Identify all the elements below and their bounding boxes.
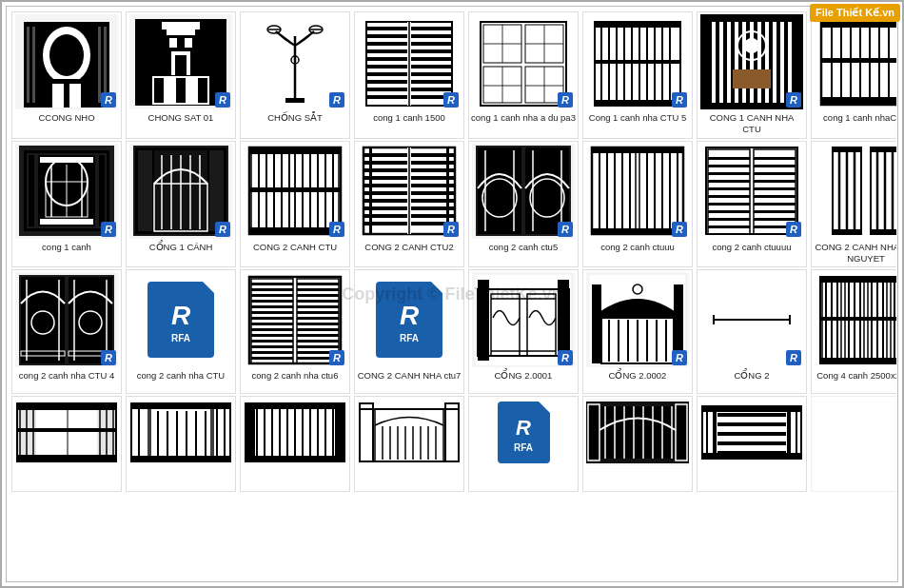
svg-rect-210	[833, 229, 861, 234]
svg-rect-368	[717, 413, 786, 417]
item-12[interactable]: R CONG 2 CANH CTU2	[354, 141, 464, 268]
svg-rect-188	[708, 225, 750, 228]
r-badge-19: R	[329, 350, 344, 365]
item-21[interactable]: R CỔNG 2.0001	[468, 269, 579, 394]
svg-rect-191	[754, 172, 796, 175]
item-3[interactable]: R CHỐNG SẮT	[240, 11, 350, 139]
item-19-label: cong 2 canh nha ctu6	[252, 370, 339, 391]
svg-rect-192	[754, 180, 796, 183]
svg-rect-245	[297, 311, 339, 314]
svg-rect-308	[17, 455, 116, 461]
item-10[interactable]: R CỔNG 1 CÁNH	[126, 141, 236, 268]
item-14[interactable]: R cong 2 canh ctuuu	[582, 141, 693, 268]
item-20-image: R RFA	[358, 272, 461, 367]
item-9[interactable]: R cong 1 canh	[11, 141, 122, 268]
svg-rect-230	[251, 305, 293, 308]
svg-rect-67	[595, 22, 680, 28]
svg-rect-256	[478, 280, 489, 361]
item-2[interactable]: R CHONG SAT 01	[126, 11, 236, 139]
svg-rect-180	[708, 165, 750, 167]
r-badge-9: R	[101, 222, 116, 237]
svg-rect-211	[871, 229, 896, 234]
item-23[interactable]: R CỔNG 2	[697, 269, 807, 394]
item-4[interactable]: R cong 1 canh 1500	[354, 11, 464, 139]
item-24-label: Cong 4 canh 2500x2250	[816, 370, 896, 391]
svg-rect-257	[558, 280, 569, 361]
svg-rect-12	[167, 29, 195, 35]
item-20[interactable]: R RFA CONG 2 CANH NHA ctu7	[354, 269, 464, 394]
item-26[interactable]	[126, 396, 236, 492]
svg-rect-235	[251, 334, 293, 337]
item-26-image	[129, 399, 232, 465]
item-7[interactable]: R CONG 1 CANH NHA CTU	[697, 11, 807, 139]
item-6[interactable]: R Cong 1 canh nha CTU 5	[582, 11, 693, 139]
svg-rect-134	[249, 147, 341, 154]
svg-rect-241	[297, 288, 339, 291]
item-13-image: R	[472, 144, 575, 239]
item-17[interactable]: R cong 2 canh nha CTU 4	[11, 269, 122, 394]
svg-rect-246	[297, 317, 339, 320]
item-11[interactable]: R CONG 2 CANH CTU	[240, 141, 350, 268]
svg-rect-343	[445, 403, 459, 461]
item-29[interactable]: R RFA	[468, 396, 579, 492]
svg-rect-313	[213, 403, 230, 461]
item-27-image	[244, 399, 346, 465]
item-25[interactable]	[11, 396, 122, 492]
svg-rect-100	[29, 155, 34, 226]
svg-rect-228	[251, 294, 293, 297]
svg-rect-194	[754, 195, 796, 198]
svg-rect-113	[209, 150, 224, 231]
svg-rect-174	[592, 147, 683, 153]
r-badge-3: R	[329, 92, 344, 108]
svg-rect-74	[735, 22, 738, 103]
item-28[interactable]	[354, 396, 464, 492]
svg-rect-248	[297, 328, 339, 331]
svg-rect-136	[249, 187, 341, 192]
svg-rect-224	[251, 279, 293, 363]
svg-rect-242	[297, 294, 339, 297]
item-22[interactable]: R CỔNG 2.0002	[582, 269, 693, 394]
item-19[interactable]: R cong 2 canh nha ctu6	[240, 269, 350, 394]
svg-rect-209	[871, 147, 896, 152]
item-23-image: R	[700, 272, 803, 367]
item-32-empty	[811, 396, 896, 492]
r-badge-5: R	[558, 92, 573, 108]
item-15-image: R	[700, 144, 803, 239]
svg-rect-236	[251, 340, 293, 343]
svg-rect-295	[820, 358, 896, 363]
svg-rect-377	[702, 406, 801, 412]
svg-rect-342	[360, 403, 373, 461]
item-1[interactable]: R CCONG NHO	[11, 11, 122, 139]
item-15[interactable]: R cong 2 canh ctuuuu	[697, 141, 807, 268]
svg-rect-240	[297, 283, 339, 285]
item-31[interactable]	[697, 396, 807, 492]
svg-rect-84	[733, 69, 771, 88]
item-22-image: R	[586, 272, 689, 367]
item-9-label: cong 1 canh	[42, 242, 91, 263]
svg-rect-81	[788, 22, 792, 103]
svg-rect-69	[595, 60, 680, 64]
item-24[interactable]: R Cong 4 canh 2500x2250	[811, 269, 896, 394]
r-badge-12: R	[443, 222, 459, 237]
item-5[interactable]: R cong 1 canh nha a du pa3	[468, 11, 579, 139]
item-27[interactable]	[240, 396, 350, 492]
r-badge-15: R	[786, 222, 801, 237]
item-9-image: R	[15, 144, 118, 239]
item-1-label: CCONG NHO	[38, 112, 94, 133]
item-8[interactable]: R cong 1 canh nhaCTU	[811, 11, 896, 139]
svg-rect-179	[708, 157, 750, 160]
svg-rect-5	[69, 84, 81, 108]
item-12-label: CONG 2 CANH CTU2	[364, 242, 453, 263]
svg-rect-243	[297, 300, 339, 303]
item-13[interactable]: R cong 2 canh ctu5	[468, 141, 579, 268]
item-16[interactable]: R CONG 2 CANH NHA CHI NGUYET	[811, 141, 896, 268]
item-18[interactable]: R RFA cong 2 canh nha CTU	[126, 269, 236, 394]
svg-rect-296	[820, 317, 896, 321]
item-30[interactable]	[582, 396, 693, 492]
svg-rect-7	[32, 27, 35, 103]
item-19-image: R	[244, 272, 346, 367]
item-28-image	[358, 399, 461, 465]
svg-rect-9	[104, 27, 107, 103]
svg-rect-78	[765, 22, 769, 103]
svg-rect-208	[833, 147, 861, 152]
